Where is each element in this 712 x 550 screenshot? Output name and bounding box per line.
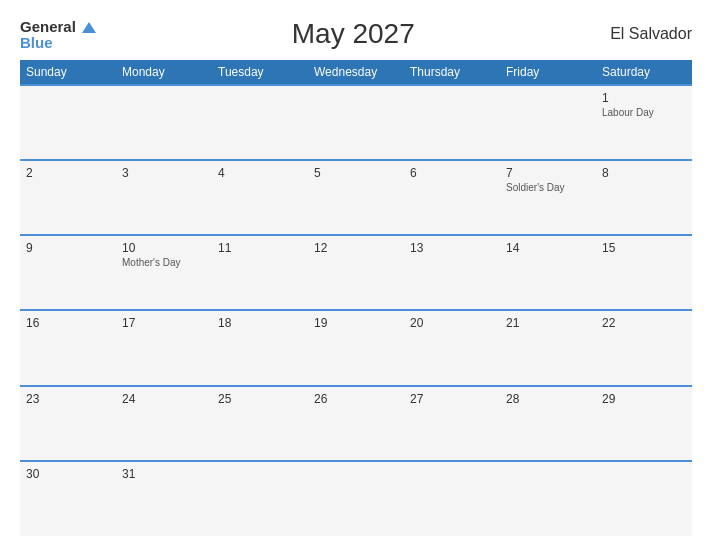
calendar-cell: 10Mother's Day [116, 235, 212, 310]
day-header-friday: Friday [500, 60, 596, 85]
day-number: 29 [602, 392, 686, 406]
day-number: 4 [218, 166, 302, 180]
calendar-week-row: 1Labour Day [20, 85, 692, 160]
day-number: 23 [26, 392, 110, 406]
calendar-week-row: 16171819202122 [20, 310, 692, 385]
day-number: 1 [602, 91, 686, 105]
day-number: 21 [506, 316, 590, 330]
calendar-cell [20, 85, 116, 160]
holiday-label: Labour Day [602, 107, 686, 118]
calendar-cell [116, 85, 212, 160]
day-number: 10 [122, 241, 206, 255]
day-header-thursday: Thursday [404, 60, 500, 85]
calendar-cell: 7Soldier's Day [500, 160, 596, 235]
calendar-cell: 15 [596, 235, 692, 310]
calendar-cell: 22 [596, 310, 692, 385]
calendar-cell: 8 [596, 160, 692, 235]
calendar-week-row: 23242526272829 [20, 386, 692, 461]
day-number: 25 [218, 392, 302, 406]
calendar-cell [212, 85, 308, 160]
day-number: 9 [26, 241, 110, 255]
calendar-cell [500, 461, 596, 536]
calendar-cell: 20 [404, 310, 500, 385]
calendar-cell: 24 [116, 386, 212, 461]
calendar-cell: 21 [500, 310, 596, 385]
day-number: 15 [602, 241, 686, 255]
holiday-label: Soldier's Day [506, 182, 590, 193]
country-label: El Salvador [610, 25, 692, 43]
calendar-week-row: 234567Soldier's Day8 [20, 160, 692, 235]
calendar-cell: 3 [116, 160, 212, 235]
holiday-label: Mother's Day [122, 257, 206, 268]
calendar-cell: 27 [404, 386, 500, 461]
calendar-cell: 1Labour Day [596, 85, 692, 160]
calendar-cell [404, 461, 500, 536]
day-number: 5 [314, 166, 398, 180]
calendar-cell: 11 [212, 235, 308, 310]
day-number: 2 [26, 166, 110, 180]
day-number: 13 [410, 241, 494, 255]
day-number: 11 [218, 241, 302, 255]
calendar-cell: 2 [20, 160, 116, 235]
calendar-week-row: 3031 [20, 461, 692, 536]
calendar-cell [404, 85, 500, 160]
day-number: 17 [122, 316, 206, 330]
calendar-cell: 25 [212, 386, 308, 461]
day-number: 19 [314, 316, 398, 330]
logo: General Blue [20, 19, 96, 50]
calendar-cell [308, 85, 404, 160]
page-header: General Blue May 2027 El Salvador [20, 18, 692, 50]
day-number: 31 [122, 467, 206, 481]
day-number: 20 [410, 316, 494, 330]
calendar-cell: 12 [308, 235, 404, 310]
calendar-cell: 19 [308, 310, 404, 385]
day-number: 3 [122, 166, 206, 180]
day-header-tuesday: Tuesday [212, 60, 308, 85]
logo-triangle-icon [82, 22, 96, 33]
calendar-cell: 16 [20, 310, 116, 385]
calendar-cell: 29 [596, 386, 692, 461]
day-number: 27 [410, 392, 494, 406]
day-number: 30 [26, 467, 110, 481]
day-number: 22 [602, 316, 686, 330]
calendar-cell: 31 [116, 461, 212, 536]
day-number: 14 [506, 241, 590, 255]
day-number: 26 [314, 392, 398, 406]
calendar-cell: 4 [212, 160, 308, 235]
calendar-cell: 13 [404, 235, 500, 310]
calendar-cell: 6 [404, 160, 500, 235]
calendar-table: SundayMondayTuesdayWednesdayThursdayFrid… [20, 60, 692, 536]
day-number: 8 [602, 166, 686, 180]
calendar-cell: 9 [20, 235, 116, 310]
day-number: 16 [26, 316, 110, 330]
day-number: 18 [218, 316, 302, 330]
calendar-cell: 28 [500, 386, 596, 461]
day-header-saturday: Saturday [596, 60, 692, 85]
logo-blue: Blue [20, 35, 96, 50]
calendar-cell [308, 461, 404, 536]
calendar-cell: 26 [308, 386, 404, 461]
month-title: May 2027 [292, 18, 415, 50]
calendar-cell: 14 [500, 235, 596, 310]
calendar-cell: 17 [116, 310, 212, 385]
day-header-wednesday: Wednesday [308, 60, 404, 85]
calendar-cell: 5 [308, 160, 404, 235]
day-number: 28 [506, 392, 590, 406]
calendar-cell [596, 461, 692, 536]
day-number: 7 [506, 166, 590, 180]
day-header-monday: Monday [116, 60, 212, 85]
day-number: 24 [122, 392, 206, 406]
calendar-cell: 30 [20, 461, 116, 536]
calendar-cell [212, 461, 308, 536]
day-number: 6 [410, 166, 494, 180]
calendar-cell [500, 85, 596, 160]
calendar-header-row: SundayMondayTuesdayWednesdayThursdayFrid… [20, 60, 692, 85]
logo-general: General [20, 19, 96, 35]
calendar-week-row: 910Mother's Day1112131415 [20, 235, 692, 310]
calendar-cell: 18 [212, 310, 308, 385]
calendar-cell: 23 [20, 386, 116, 461]
day-header-sunday: Sunday [20, 60, 116, 85]
day-number: 12 [314, 241, 398, 255]
